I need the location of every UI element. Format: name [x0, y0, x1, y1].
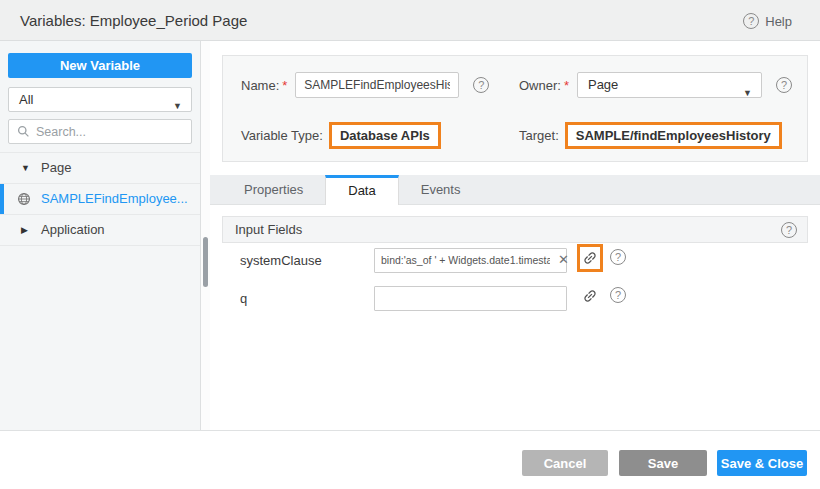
systemclause-label: systemClause — [240, 253, 322, 268]
required-asterisk: * — [564, 78, 569, 93]
systemclause-bind-button[interactable] — [577, 244, 603, 272]
cancel-button[interactable]: Cancel — [522, 450, 608, 476]
tree-collapsed-icon: ▶ — [21, 215, 31, 245]
target-label: Target: — [519, 128, 559, 143]
input-fields-header: Input Fields ? — [222, 216, 808, 243]
save-button[interactable]: Save — [619, 450, 707, 476]
chevron-down-icon: ▼ — [743, 81, 752, 105]
tree-expanded-icon: ▼ — [21, 153, 31, 183]
link-icon — [579, 285, 602, 308]
q-input-wrap — [374, 286, 567, 311]
owner-help-icon[interactable]: ? — [776, 77, 792, 93]
q-input[interactable] — [374, 286, 567, 311]
systemclause-help-icon[interactable]: ? — [610, 249, 626, 265]
q-bind-button[interactable] — [577, 282, 603, 310]
owner-select[interactable]: Page ▼ — [577, 72, 762, 98]
systemclause-input[interactable] — [374, 248, 567, 273]
link-icon — [579, 247, 602, 270]
owner-selected-value: Page — [588, 77, 618, 92]
target-value: SAMPLE/findEmployeesHistory — [565, 122, 782, 149]
editor-tabbar: Properties Data Events — [210, 175, 820, 205]
tab-data[interactable]: Data — [325, 175, 398, 205]
service-variable-icon — [17, 192, 31, 206]
page-title: Variables: Employee_Period Page — [20, 0, 247, 41]
owner-label: Owner:* — [519, 78, 569, 93]
variable-filter-select[interactable]: All ▼ — [8, 87, 192, 112]
tab-properties[interactable]: Properties — [222, 175, 325, 204]
chevron-down-icon: ▼ — [173, 95, 182, 118]
clear-binding-icon[interactable]: ✕ — [558, 251, 569, 269]
sidebar-scrollbar-thumb[interactable] — [203, 237, 208, 287]
required-asterisk: * — [282, 78, 287, 93]
variables-sidebar: New Variable All ▼ ▼ Page — [0, 41, 201, 430]
tree-group-page-label: Page — [41, 153, 71, 183]
title-bar: Variables: Employee_Period Page ? Help — [0, 0, 820, 41]
tree-group-application-label: Application — [41, 215, 105, 245]
sidebar-scrollbar-track — [201, 41, 210, 430]
name-label: Name:* — [241, 78, 287, 93]
filter-selected-value: All — [19, 92, 33, 107]
name-field[interactable] — [295, 72, 459, 98]
input-fields-title: Input Fields — [235, 222, 781, 237]
selected-indicator — [0, 184, 4, 214]
variable-editor-panel: Name:* ? Owner:* Page ▼ ? Variable Type:… — [210, 41, 820, 430]
field-row-q: q ? — [222, 284, 808, 312]
variables-tree: ▼ Page SAMPLEFindEmployee... ▶ Applicati… — [0, 152, 200, 246]
variable-type-value: Database APIs — [329, 122, 441, 149]
new-variable-button[interactable]: New Variable — [8, 53, 192, 78]
save-and-close-button[interactable]: Save & Close — [717, 450, 807, 476]
tree-group-page[interactable]: ▼ Page — [0, 153, 200, 184]
search-input[interactable] — [36, 125, 183, 139]
q-help-icon[interactable]: ? — [610, 287, 626, 303]
q-label: q — [240, 291, 247, 306]
tab-events[interactable]: Events — [399, 175, 483, 204]
variable-summary-panel: Name:* ? Owner:* Page ▼ ? Variable Type:… — [222, 55, 808, 162]
field-row-systemclause: systemClause ✕ ? — [222, 246, 808, 274]
dialog-footer: Cancel Save Save & Close — [0, 430, 820, 489]
help-label: Help — [765, 14, 792, 29]
tree-item-variable[interactable]: SAMPLEFindEmployee... — [0, 184, 200, 215]
search-icon — [17, 125, 30, 138]
variable-search-box[interactable] — [8, 119, 192, 144]
input-fields-help-icon[interactable]: ? — [781, 222, 797, 238]
help-link[interactable]: ? Help — [743, 12, 792, 30]
name-help-icon[interactable]: ? — [473, 77, 489, 93]
tree-item-variable-label: SAMPLEFindEmployee... — [41, 184, 188, 214]
systemclause-input-wrap: ✕ — [374, 248, 567, 273]
variable-type-label: Variable Type: — [241, 128, 323, 143]
tree-group-application[interactable]: ▶ Application — [0, 215, 200, 246]
help-question-icon: ? — [743, 13, 759, 29]
